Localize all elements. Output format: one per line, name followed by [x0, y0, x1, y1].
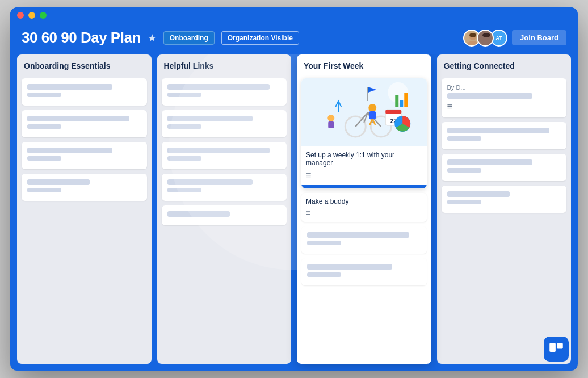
skeleton-card [162, 205, 287, 225]
mac-window: 30 60 90 Day Plan ★ Onboarding Organizat… [10, 7, 578, 371]
skeleton-line [167, 116, 253, 121]
skeleton-line [167, 148, 270, 153]
featured-card[interactable]: 22 [301, 78, 427, 188]
illustration-svg: 22 [301, 78, 427, 146]
column-helpful-links: Helpful Links [157, 54, 292, 364]
svg-rect-22 [385, 110, 401, 114]
board-area: Onboarding Essentials Helpful Links [10, 54, 578, 371]
maximize-dot[interactable] [40, 12, 47, 19]
column-title: Onboarding Essentials [22, 60, 147, 74]
onboarding-badge[interactable]: Onboarding [163, 31, 215, 45]
org-visible-badge[interactable]: Organization Visible [221, 31, 299, 45]
skeleton-card [22, 142, 147, 169]
svg-point-1 [467, 41, 478, 47]
skeleton-card [162, 142, 287, 169]
skeleton-line [447, 200, 481, 204]
skeleton-line [167, 93, 201, 97]
star-icon[interactable]: ★ [148, 32, 157, 44]
avatar [477, 30, 494, 47]
skeleton-line [307, 232, 409, 238]
skeleton-card [22, 78, 147, 106]
svg-rect-24 [395, 95, 398, 107]
card-bottom-accent [301, 185, 427, 188]
skeleton-line [27, 148, 112, 153]
svg-point-28 [327, 115, 334, 121]
svg-point-14 [368, 104, 376, 112]
skeleton-line [447, 191, 510, 197]
svg-rect-29 [328, 121, 334, 128]
skeleton-line [447, 136, 481, 141]
svg-rect-31 [549, 343, 556, 352]
skeleton-card [442, 186, 567, 213]
skeleton-line [167, 179, 253, 185]
skeleton-line [167, 188, 201, 192]
buddy-card[interactable]: Make a buddy ≡ [301, 193, 427, 222]
buddy-card-menu[interactable]: ≡ [306, 208, 422, 217]
join-board-button[interactable]: Join Board [512, 30, 566, 45]
svg-rect-15 [369, 111, 376, 119]
skeleton-line [27, 124, 61, 129]
svg-rect-25 [400, 100, 403, 107]
skeleton-line [447, 93, 532, 99]
column-your-first-week: Your First Week [297, 54, 431, 364]
skeleton-line [167, 124, 201, 129]
skeleton-card [442, 154, 567, 181]
svg-point-4 [481, 41, 492, 47]
skeleton-line [447, 159, 532, 165]
buddy-card-text: Make a buddy [306, 198, 422, 205]
card-illustration: 22 [301, 78, 427, 146]
skeleton-card [162, 78, 287, 106]
skeleton-line [27, 93, 61, 97]
skeleton-line [167, 156, 201, 161]
skeleton-line [27, 179, 90, 185]
header-right: AT Join Board [463, 30, 566, 47]
card-body: Set up a weekly 1:1 with your manager ≡ [301, 146, 427, 185]
trello-icon [544, 337, 569, 362]
skeleton-card [22, 110, 147, 137]
column-getting-connected: Getting Connected By D... ≡ [437, 54, 572, 364]
column-title: Your First Week [301, 60, 427, 74]
skeleton-line [27, 116, 129, 121]
card-menu-icon[interactable]: ≡ [306, 170, 422, 180]
column-onboarding-essentials: Onboarding Essentials [17, 54, 152, 364]
svg-rect-32 [557, 343, 563, 348]
title-bar [10, 7, 578, 23]
skeleton-card [301, 258, 427, 285]
svg-point-2 [469, 33, 476, 37]
skeleton-line [307, 241, 341, 245]
skeleton-card [162, 110, 287, 137]
skeleton-line [167, 211, 230, 217]
skeleton-line [167, 84, 270, 90]
close-dot[interactable] [17, 12, 24, 19]
svg-rect-26 [404, 93, 408, 107]
column-title: Getting Connected [442, 60, 567, 74]
svg-point-5 [482, 33, 490, 37]
column-title: Helpful Links [162, 60, 287, 74]
by-label: By D... [447, 84, 561, 91]
skeleton-line [447, 128, 549, 133]
skeleton-line [27, 84, 112, 90]
skeleton-line [27, 188, 61, 192]
avatar-group: AT [463, 30, 507, 47]
skeleton-line [447, 168, 481, 173]
skeleton-line [27, 156, 61, 161]
board-title: 30 60 90 Day Plan [22, 29, 141, 47]
minimize-dot[interactable] [28, 12, 35, 19]
menu-lines: ≡ [447, 102, 561, 112]
skeleton-line [307, 264, 392, 270]
skeleton-card [162, 174, 287, 201]
skeleton-card [301, 226, 427, 254]
skeleton-card [442, 122, 567, 149]
board-header: 30 60 90 Day Plan ★ Onboarding Organizat… [10, 23, 578, 54]
card-description: Set up a weekly 1:1 with your manager [306, 151, 422, 167]
skeleton-card: By D... ≡ [442, 78, 567, 117]
skeleton-card [22, 174, 147, 201]
skeleton-line [307, 272, 341, 277]
